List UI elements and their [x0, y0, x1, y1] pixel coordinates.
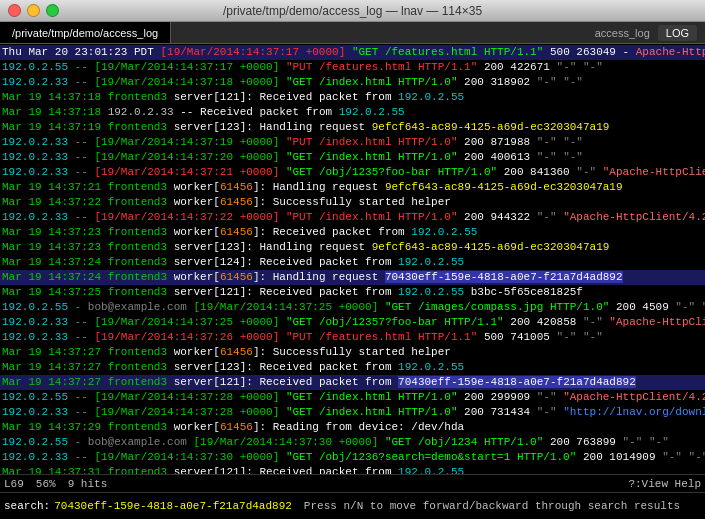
- search-term: 70430eff-159e-4818-a0e7-f21a7d4ad892: [54, 500, 292, 512]
- line-number: L69: [4, 478, 24, 490]
- log-line: Mar 19 14:37:27 frontend3 server[121]: R…: [0, 375, 705, 390]
- log-line: Mar 19 14:37:22 frontend3 worker[61456]:…: [0, 195, 705, 210]
- log-area: Thu Mar 20 23:01:23 PDT [19/Mar/2014:14:…: [0, 44, 705, 474]
- tab-access-log[interactable]: /private/tmp/demo/access_log: [0, 22, 171, 43]
- window-title: /private/tmp/demo/access_log — lnav — 11…: [223, 4, 482, 18]
- log-line: 192.0.2.33 -- [19/Mar/2014:14:37:30 +000…: [0, 450, 705, 465]
- log-line: Mar 19 14:37:23 frontend3 worker[61456]:…: [0, 225, 705, 240]
- log-line: Mar 19 14:37:23 frontend3 server[123]: H…: [0, 240, 705, 255]
- log-line: Mar 19 14:37:24 frontend3 server[124]: R…: [0, 255, 705, 270]
- log-line: 192.0.2.55 - bob@example.com [19/Mar/201…: [0, 300, 705, 315]
- log-line: Mar 19 14:37:24 frontend3 worker[61456]:…: [0, 270, 705, 285]
- log-line: 192.0.2.33 -- [19/Mar/2014:14:37:18 +000…: [0, 75, 705, 90]
- maximize-button[interactable]: [46, 4, 59, 17]
- status-left: L69 56% 9 hits: [4, 478, 107, 490]
- tab-bar: /private/tmp/demo/access_log access_log …: [0, 22, 705, 44]
- log-line: Mar 19 14:37:29 frontend3 worker[61456]:…: [0, 420, 705, 435]
- tab-access-log-2[interactable]: access_log: [595, 27, 650, 39]
- log-line: Mar 19 14:37:18 192.0.2.33 -- Received p…: [0, 105, 705, 120]
- hits: 9 hits: [68, 478, 108, 490]
- minimize-button[interactable]: [27, 4, 40, 17]
- search-label: search:: [4, 500, 50, 512]
- log-line: 192.0.2.55 -- [19/Mar/2014:14:37:28 +000…: [0, 390, 705, 405]
- log-line: 192.0.2.33 -- [19/Mar/2014:14:37:19 +000…: [0, 135, 705, 150]
- tab-right: access_log LOG: [595, 22, 705, 43]
- log-line: 192.0.2.55 - bob@example.com [19/Mar/201…: [0, 435, 705, 450]
- log-line: Mar 19 14:37:27 frontend3 server[123]: R…: [0, 360, 705, 375]
- percent: 56%: [36, 478, 56, 490]
- search-hint: Press n/N to move forward/backward throu…: [304, 500, 680, 512]
- log-line: Mar 19 14:37:27 frontend3 worker[61456]:…: [0, 345, 705, 360]
- log-line: Mar 19 14:37:18 frontend3 server[121]: R…: [0, 90, 705, 105]
- status-right: ?:View Help: [628, 478, 701, 490]
- log-line: 192.0.2.33 -- [19/Mar/2014:14:37:28 +000…: [0, 405, 705, 420]
- title-bar: /private/tmp/demo/access_log — lnav — 11…: [0, 0, 705, 22]
- log-line: 192.0.2.33 -- [19/Mar/2014:14:37:26 +000…: [0, 330, 705, 345]
- log-line: 192.0.2.33 -- [19/Mar/2014:14:37:25 +000…: [0, 315, 705, 330]
- log-line: Mar 19 14:37:19 frontend3 server[123]: H…: [0, 120, 705, 135]
- log-line: Mar 19 14:37:31 frontend3 server[121]: R…: [0, 465, 705, 474]
- close-button[interactable]: [8, 4, 21, 17]
- log-line: 192.0.2.33 -- [19/Mar/2014:14:37:22 +000…: [0, 210, 705, 225]
- log-line: Thu Mar 20 23:01:23 PDT [19/Mar/2014:14:…: [0, 45, 705, 60]
- log-line: 192.0.2.33 -- [19/Mar/2014:14:37:20 +000…: [0, 150, 705, 165]
- tab-log[interactable]: LOG: [658, 25, 697, 41]
- log-line: 192.0.2.33 -- [19/Mar/2014:14:37:21 +000…: [0, 165, 705, 180]
- help-hint[interactable]: ?:View Help: [628, 478, 701, 490]
- window-controls[interactable]: [8, 4, 59, 17]
- log-line: Mar 19 14:37:25 frontend3 server[121]: R…: [0, 285, 705, 300]
- log-line: 192.0.2.55 -- [19/Mar/2014:14:37:17 +000…: [0, 60, 705, 75]
- status-bar: L69 56% 9 hits ?:View Help: [0, 474, 705, 492]
- log-line: Mar 19 14:37:21 frontend3 worker[61456]:…: [0, 180, 705, 195]
- search-bar: search: 70430eff-159e-4818-a0e7-f21a7d4a…: [0, 492, 705, 519]
